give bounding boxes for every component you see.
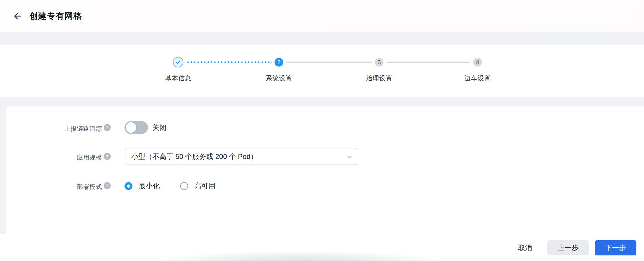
tracing-help-icon[interactable]: ? — [104, 124, 111, 131]
scale-select[interactable]: 小型（不高于 50 个服务或 200 个 Pod） — [125, 148, 358, 165]
step-1-label: 基本信息 — [155, 74, 202, 83]
cancel-button[interactable]: 取消 — [515, 240, 535, 255]
wizard-footer: 取消 上一步 下一步 — [0, 234, 644, 261]
page-title: 创建专有网格 — [29, 10, 82, 22]
step-2-label: 系统设置 — [255, 74, 302, 83]
page-header: 创建专有网格 — [0, 0, 644, 32]
settings-form-card: 上报链路追踪 ? 关闭 应用规模 ? 小型（不高于 50 个服务或 200 个 … — [6, 106, 644, 234]
previous-step-button[interactable]: 上一步 — [547, 240, 589, 255]
radio-unselected-icon — [180, 182, 188, 190]
wizard-stepper: 2 3 4 基本信息 系统设置 治理设置 边车设置 — [0, 45, 644, 97]
deploy-help-icon[interactable]: ? — [104, 182, 111, 189]
toggle-knob — [126, 122, 136, 133]
step-connector-1-2 — [186, 61, 272, 63]
deploy-option-minimal[interactable]: 最小化 — [125, 181, 160, 191]
scale-label: 应用规模 — [6, 153, 102, 162]
step-3-circle: 3 — [375, 58, 384, 67]
create-mesh-wizard-page: 创建专有网格 2 3 4 基本信息 系统设置 治理设置 边车设置 上报链路追踪 … — [0, 0, 644, 261]
deploy-option-ha[interactable]: 高可用 — [180, 181, 215, 191]
deploy-option-ha-label: 高可用 — [194, 181, 215, 191]
next-step-button[interactable]: 下一步 — [595, 240, 636, 255]
deploy-label: 部署模式 — [6, 183, 102, 191]
step-4-label: 边车设置 — [454, 74, 501, 83]
radio-selected-icon — [125, 182, 132, 190]
check-icon — [175, 59, 181, 65]
step-connector-2-3 — [286, 62, 372, 63]
step-4-circle: 4 — [473, 58, 482, 67]
tracing-toggle[interactable] — [125, 121, 148, 134]
step-connector-3-4 — [386, 62, 470, 63]
step-2-circle[interactable]: 2 — [275, 58, 283, 67]
scale-help-icon[interactable]: ? — [104, 153, 111, 160]
step-3-label: 治理设置 — [356, 74, 403, 83]
scale-select-value: 小型（不高于 50 个服务或 200 个 Pod） — [131, 152, 258, 161]
tracing-state-label: 关闭 — [152, 121, 166, 134]
tracing-label: 上报链路追踪 — [6, 125, 102, 133]
deploy-option-minimal-label: 最小化 — [139, 181, 160, 191]
back-button[interactable] — [11, 10, 24, 23]
step-1-circle[interactable] — [173, 57, 183, 67]
arrow-left-icon — [12, 11, 23, 21]
